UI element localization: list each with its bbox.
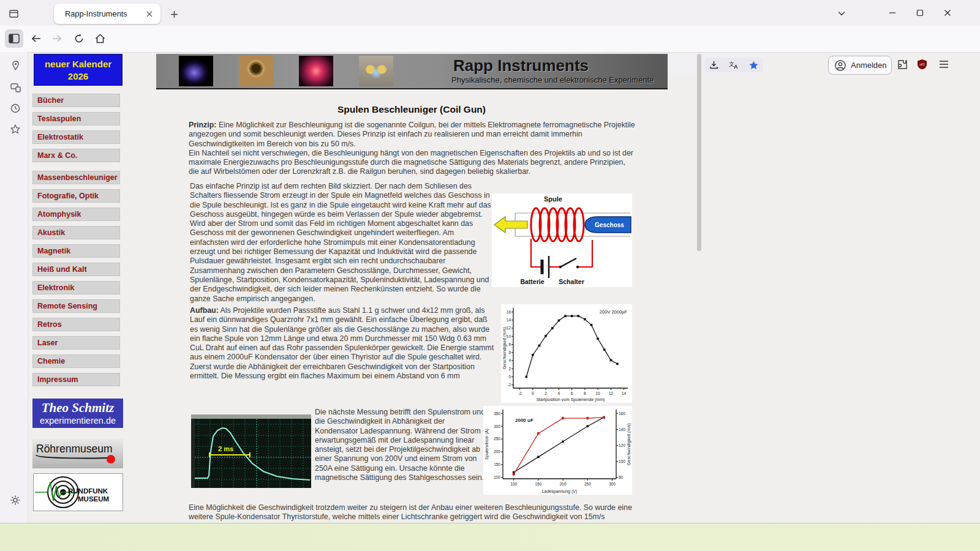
svg-text:150: 150 [535, 482, 541, 486]
svg-text:Röhrenmuseum: Röhrenmuseum [36, 443, 113, 455]
svg-text:8: 8 [584, 391, 586, 395]
sidebar-item-retros[interactable]: Retros [32, 318, 120, 331]
svg-text:300: 300 [494, 424, 500, 429]
calendar-banner[interactable]: neuer Kalender 2026 [34, 54, 123, 86]
rundfunkmuseum-banner[interactable]: RUNDFUNK MUSEUM [33, 473, 123, 511]
svg-text:100: 100 [494, 475, 500, 479]
sidebar-item-chemie[interactable]: Chemie [32, 354, 120, 368]
sidebar-item-remote-sensing[interactable]: Remote Sensing [32, 299, 120, 313]
desktop: Rapp-Instruments [0, 0, 980, 551]
sidebar-item-marx-co-[interactable]: Marx & Co. [32, 149, 120, 162]
sidebar-item-bücher[interactable]: Bücher [32, 94, 120, 107]
new-tab-button[interactable] [167, 7, 181, 21]
bookmark-star-icon[interactable] [749, 61, 758, 70]
sidebar-toggle-icon[interactable] [5, 29, 23, 48]
history-clock-icon[interactable] [9, 102, 22, 115]
roehrenmuseum-banner[interactable]: Röhrenmuseum [32, 439, 123, 468]
svg-text:Ladespannung (V): Ladespannung (V) [542, 489, 578, 494]
download-icon[interactable] [709, 61, 718, 70]
svg-text:12: 12 [507, 326, 511, 330]
firefox-view-icon[interactable] [7, 7, 20, 20]
svg-text:12: 12 [609, 391, 614, 395]
svg-text:200V 2000µF: 200V 2000µF [600, 309, 628, 315]
paragraph-funktionsweise: Das einfache Prinzip ist auf dem rechten… [190, 182, 491, 304]
svg-text:4: 4 [558, 391, 560, 395]
sidebar-item-impressum[interactable]: Impressum [32, 373, 120, 386]
svg-text:0: 0 [532, 391, 534, 395]
svg-text:6: 6 [571, 391, 573, 395]
sidebar-item-magnetik[interactable]: Magnetik [32, 244, 120, 258]
svg-text:120: 120 [619, 443, 625, 448]
svg-text:2000 uF: 2000 uF [515, 418, 533, 423]
chart-ladespannung: 1001502002503001001502002503003508010012… [483, 406, 632, 495]
tab-title: Rapp-Instruments [65, 9, 142, 18]
svg-text:300: 300 [609, 482, 616, 486]
windows-taskbar: Suche W X B&O [0, 523, 980, 551]
settings-gear-icon[interactable] [9, 493, 22, 507]
banner-photo-plasma-globe [299, 56, 333, 86]
account-icon [834, 59, 847, 72]
browser-tab[interactable]: Rapp-Instruments [54, 4, 160, 24]
svg-text:Spulenstrom (A): Spulenstrom (A) [484, 429, 489, 460]
extensions-puzzle-icon[interactable] [894, 56, 910, 72]
svg-text:150: 150 [494, 462, 500, 467]
svg-text:4: 4 [508, 358, 511, 362]
home-button[interactable] [92, 31, 108, 47]
banner-photo-tesla-discharge [179, 56, 213, 86]
sidebar-item-atomphysik[interactable]: Atomphysik [32, 208, 120, 221]
svg-text:160: 160 [619, 411, 625, 416]
svg-text:6: 6 [508, 350, 511, 354]
svg-text:A: A [734, 64, 738, 69]
svg-text:Geschwindigkeit (m/s): Geschwindigkeit (m/s) [627, 423, 631, 465]
paragraph-weitere-stufe: Eine Möglichkeit die Geschwindigkeit tro… [189, 503, 637, 522]
window-maximize-button[interactable] [911, 5, 929, 21]
theo-schmitz-banner[interactable]: Theo Schmitz experimentieren.de [32, 399, 123, 428]
svg-text:80: 80 [619, 475, 624, 479]
sidebar-item-fotografie-optik[interactable]: Fotografie, Optik [32, 189, 120, 203]
signin-button[interactable]: Anmelden [828, 56, 892, 75]
ublock-icon[interactable]: uO [914, 56, 930, 72]
svg-text:2: 2 [545, 391, 547, 395]
calendar-line2: 2026 [34, 70, 122, 83]
translate-icon[interactable]: 文A [729, 61, 739, 69]
theo-line2: experimentieren.de [32, 416, 123, 425]
svg-text:-2: -2 [507, 383, 511, 387]
bookmarks-star-icon[interactable] [9, 122, 22, 136]
site-header-banner: Rapp Instruments Physikalische, chemisch… [156, 54, 668, 89]
forward-button[interactable] [49, 31, 65, 47]
aufbau-label: Aufbau: [190, 306, 219, 315]
svg-text:100: 100 [510, 482, 517, 486]
theo-line1: Theo Schmitz [32, 400, 123, 416]
sidebar-item-heiß-und-kalt[interactable]: Heiß und Kalt [32, 263, 120, 276]
menu-hamburger-icon[interactable] [936, 56, 952, 72]
window-minimize-button[interactable] [883, 5, 902, 21]
svg-text:8: 8 [508, 342, 511, 347]
svg-text:Startposition vom Spulenende (: Startposition vom Spulenende (mm) [537, 397, 605, 402]
tab-close-icon[interactable] [142, 7, 157, 21]
svg-text:10: 10 [507, 334, 511, 339]
svg-text:Batterie: Batterie [520, 278, 544, 285]
reload-button[interactable] [71, 31, 87, 47]
sidebar-item-teslaspulen[interactable]: Teslaspulen [32, 112, 120, 126]
svg-text:350: 350 [494, 411, 500, 416]
svg-text:14: 14 [622, 391, 627, 395]
back-button[interactable] [28, 31, 44, 47]
page-title: Spulen Beschleuniger (Coil Gun) [189, 104, 635, 115]
chart-startposition: -202468101214-20246810121416Startpositio… [501, 304, 632, 403]
page-scrollbar-thumb[interactable] [697, 54, 701, 251]
svg-text:Spule: Spule [544, 195, 562, 203]
sidebar-item-massenbeschleuniger[interactable]: Massenbeschleuniger [32, 171, 120, 184]
window-close-button[interactable] [938, 5, 957, 21]
site-nav-list: BücherTeslaspulenElektrostatikMarx & Co.… [32, 94, 120, 391]
browser-titlebar: Rapp-Instruments [0, 0, 980, 26]
sidebar-item-laser[interactable]: Laser [32, 336, 120, 350]
signin-label: Anmelden [851, 61, 887, 70]
tab-list-chevron-icon[interactable] [834, 6, 849, 21]
sidebar-item-elektronik[interactable]: Elektronik [32, 281, 120, 294]
sidebar-item-elektrostatik[interactable]: Elektrostatik [32, 130, 120, 144]
synced-tabs-icon[interactable] [9, 81, 22, 94]
banner-subtitle: Physikalische, chemische und elektronisc… [451, 75, 654, 84]
urlbar-action-cluster: 文A [704, 58, 763, 72]
pin-icon[interactable] [9, 59, 22, 72]
sidebar-item-akustik[interactable]: Akustik [32, 226, 120, 239]
